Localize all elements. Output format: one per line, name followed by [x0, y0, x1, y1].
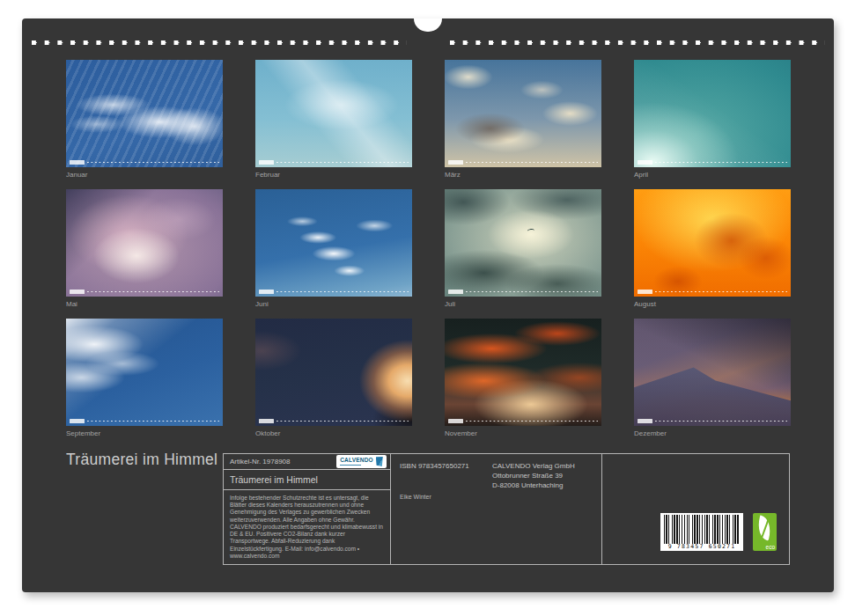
- month-label: Januar: [66, 171, 223, 179]
- month-label: Juni: [255, 300, 412, 308]
- month-cell-mai: Mai: [66, 189, 223, 319]
- strip-day-numbers: [87, 290, 219, 293]
- month-label: September: [66, 429, 223, 437]
- calendar-strip: [448, 159, 598, 165]
- strip-month-tag: [259, 419, 274, 423]
- month-thumbnail-oktober: [255, 319, 412, 426]
- strip-day-numbers: [466, 420, 598, 422]
- month-thumbnail-august: [634, 189, 791, 297]
- month-thumbnail-februar: [255, 60, 412, 167]
- calendar-strip: [638, 418, 787, 423]
- month-label: Mai: [66, 300, 223, 308]
- binding-holes-right: [449, 40, 825, 46]
- month-cell-dezember: Dezember: [634, 319, 791, 448]
- strip-month-tag: [259, 160, 274, 165]
- month-thumbnail-mai: [66, 189, 223, 297]
- month-cell-august: August: [634, 189, 791, 319]
- calendar-title: Träumerei im Himmel: [66, 451, 217, 469]
- publisher-address: CALVENDO Verlag GmbH Ottobrunner Straße …: [492, 462, 575, 490]
- strip-day-numbers: [276, 290, 409, 293]
- month-thumbnail-april: [634, 60, 791, 167]
- calendar-strip: [259, 159, 409, 165]
- strip-month-tag: [448, 160, 463, 165]
- author-name: Eike Winter: [400, 494, 431, 500]
- month-label: April: [634, 171, 791, 179]
- month-cell-juli: Juli: [445, 189, 601, 319]
- month-cell-september: September: [66, 319, 223, 448]
- month-cell-maerz: März: [445, 60, 601, 189]
- strip-month-tag: [259, 290, 274, 294]
- month-thumbnail-grid: Januar Februar März April Mai: [66, 60, 791, 448]
- strip-month-tag: [638, 419, 652, 423]
- bird-silhouette: [527, 229, 534, 234]
- month-thumbnail-januar: [66, 60, 223, 167]
- info-column-right: 9 783457 650271 eco: [602, 454, 789, 564]
- strip-day-numbers: [276, 420, 409, 422]
- month-label: Oktober: [255, 429, 412, 437]
- legal-text: Infolge bestehender Schutzrechte ist es …: [224, 490, 390, 564]
- article-number: Artikel-Nr. 1978908: [230, 458, 290, 466]
- strip-month-tag: [70, 419, 85, 423]
- month-label: Dezember: [634, 429, 791, 437]
- month-thumbnail-juni: [255, 189, 412, 297]
- month-label: November: [445, 429, 601, 437]
- eco-badge: eco: [753, 513, 777, 551]
- strip-month-tag: [638, 160, 652, 165]
- month-cell-januar: Januar: [66, 60, 223, 189]
- strip-month-tag: [448, 290, 463, 294]
- calendar-strip: [448, 289, 598, 294]
- month-cell-juni: Juni: [255, 189, 412, 319]
- info-column-left: Artikel-Nr. 1978908 CALVENDO Träumerei i…: [224, 454, 391, 564]
- strip-day-numbers: [655, 290, 787, 293]
- calendar-strip: [448, 418, 598, 423]
- calendar-strip: [638, 159, 787, 165]
- month-cell-februar: Februar: [255, 60, 412, 189]
- inner-title-row: Träumerei im Himmel: [224, 470, 390, 490]
- month-thumbnail-maerz: [445, 60, 601, 167]
- calvendo-logo-tagline: [340, 465, 361, 466]
- month-thumbnail-dezember: [634, 319, 791, 426]
- hanger-notch: [414, 18, 442, 32]
- strip-day-numbers: [466, 290, 598, 293]
- calvendo-flag-icon: [376, 457, 383, 466]
- month-thumbnail-juli: [445, 189, 601, 297]
- barcode-digits: 9 783457 650271: [664, 544, 740, 550]
- month-thumbnail-november: [445, 319, 601, 426]
- info-column-middle: ISBN 9783457650271 CALVENDO Verlag GmbH …: [391, 454, 602, 564]
- strip-day-numbers: [276, 161, 409, 164]
- eco-badge-label: eco: [766, 544, 775, 550]
- calendar-back-cover: Januar Februar März April Mai: [22, 18, 834, 592]
- article-number-row: Artikel-Nr. 1978908 CALVENDO: [224, 454, 390, 470]
- binding-holes-left: [31, 40, 407, 46]
- strip-month-tag: [70, 160, 85, 165]
- mountain-silhouette: [634, 359, 791, 426]
- calendar-strip: [259, 418, 409, 423]
- calvendo-logo-textwrap: CALVENDO: [340, 458, 373, 466]
- month-label: Juli: [445, 300, 601, 308]
- month-cell-oktober: Oktober: [255, 319, 412, 448]
- month-thumbnail-september: [66, 319, 223, 426]
- calendar-strip: [70, 418, 219, 423]
- strip-day-numbers: [655, 161, 787, 164]
- calendar-strip: [70, 159, 219, 165]
- calvendo-logo: CALVENDO: [336, 455, 387, 468]
- strip-day-numbers: [87, 420, 219, 422]
- strip-day-numbers: [655, 420, 787, 422]
- month-cell-april: April: [634, 60, 791, 189]
- calendar-strip: [259, 289, 409, 294]
- strip-month-tag: [70, 290, 85, 294]
- month-label: Februar: [255, 171, 412, 179]
- publisher-info-table: Artikel-Nr. 1978908 CALVENDO Träumerei i…: [223, 453, 790, 565]
- ean-barcode: 9 783457 650271: [660, 513, 743, 551]
- strip-day-numbers: [466, 161, 598, 164]
- month-label: August: [634, 300, 791, 308]
- isbn-number: ISBN 9783457650271: [400, 462, 469, 470]
- month-cell-november: November: [445, 319, 601, 448]
- product-page: { "calendar_back": { "title": "Träumerei…: [0, 0, 855, 616]
- inner-title: Träumerei im Himmel: [230, 474, 318, 485]
- calendar-strip: [70, 289, 219, 294]
- calendar-strip: [638, 289, 787, 294]
- strip-day-numbers: [87, 161, 219, 164]
- barcode-bars: [664, 515, 740, 544]
- calvendo-logo-text: CALVENDO: [340, 458, 373, 464]
